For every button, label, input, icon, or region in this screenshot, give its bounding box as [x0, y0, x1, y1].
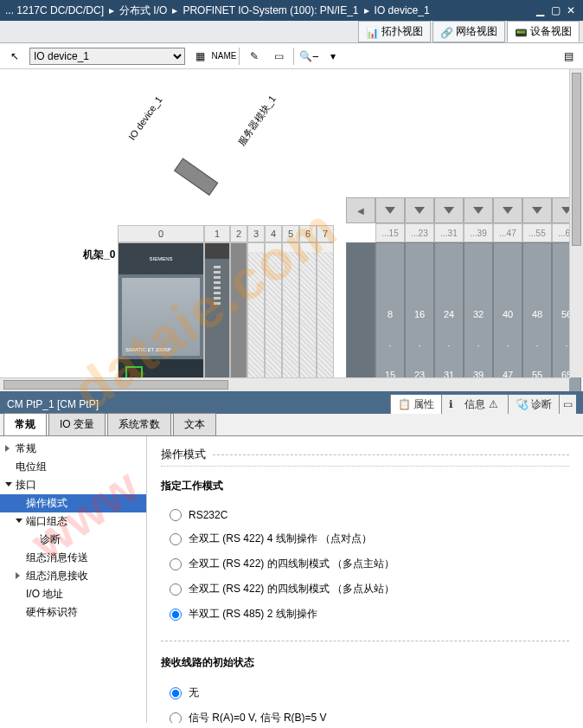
slot-head: 2 [230, 225, 247, 242]
slot-empty[interactable] [265, 242, 282, 395]
tree-opmode[interactable]: 操作模式 [0, 494, 146, 512]
rtab-diagnostics[interactable]: 🩺诊断 [508, 395, 559, 414]
close-icon[interactable]: ✕ [564, 4, 578, 16]
pager-drop[interactable] [522, 197, 552, 223]
ext-col[interactable]: 48·55 [522, 242, 552, 395]
radio-rs422-master[interactable] [170, 558, 182, 570]
rtab-info[interactable]: ℹ信息⚠ [441, 395, 508, 414]
nav-tree: 常规 电位组 接口 操作模式 端口组态 诊断 组态消息传送 组态消息接收 I/O… [0, 436, 147, 723]
ext-head: ...23 [405, 223, 434, 242]
itab-sysconst[interactable]: 系统常数 [107, 413, 171, 435]
slot-empty[interactable] [247, 242, 265, 395]
ext-head: ...47 [493, 223, 522, 242]
properties-panel: 操作模式 指定工作模式 RS232C 全双工 (RS 422) 4 线制操作 （… [147, 436, 583, 723]
crumb-4[interactable]: IO device_1 [375, 4, 430, 16]
maximize-icon[interactable]: ▢ [548, 4, 562, 16]
radio-none[interactable] [170, 687, 182, 699]
tree-interface[interactable]: 接口 [0, 476, 146, 494]
siemens-logo: SIEMENS [119, 243, 203, 274]
pager-drop[interactable] [405, 197, 434, 223]
radio-rs232-label: RS232C [189, 509, 227, 521]
tool-lasso[interactable]: ✎ [245, 47, 264, 66]
hscrollbar[interactable] [0, 377, 569, 391]
tool-pointer[interactable]: ↖ [5, 47, 24, 66]
itab-iovar[interactable]: IO 变量 [48, 413, 106, 435]
slot-empty[interactable] [317, 242, 334, 395]
ext-col[interactable]: 40·47 [493, 242, 522, 395]
tree-potential[interactable]: 电位组 [0, 458, 146, 476]
tree-msgsend[interactable]: 组态消息传送 [0, 549, 146, 567]
ext-col[interactable]: 32·39 [464, 242, 493, 395]
tool-panel-icon[interactable]: ▤ [559, 47, 578, 66]
zoom-out-icon[interactable]: 🔍‒ [299, 47, 318, 66]
radio-rs485[interactable] [170, 609, 182, 621]
zoom-dropdown[interactable]: ▾ [324, 47, 343, 66]
port-2[interactable] [125, 392, 143, 395]
itab-text[interactable]: 文本 [173, 413, 216, 435]
radio-rs422-slave[interactable] [170, 583, 182, 596]
ext-col[interactable]: 24·31 [434, 242, 464, 395]
ext-col[interactable] [346, 242, 375, 395]
crumb-sep: ▸ [172, 4, 177, 16]
radio-rs422-slave-label: 全双工 (RS 422) 的四线制模式 （多点从站） [189, 582, 394, 596]
tool-grid[interactable]: ▦ [190, 47, 209, 66]
warning-icon: ⚠ [489, 398, 501, 410]
slot-body-row: SIEMENS SIMATIC ET 200SP [118, 242, 334, 395]
slot-head: 7 [317, 225, 334, 242]
crumb-sep: ▸ [109, 4, 114, 16]
tree-general[interactable]: 常规 [0, 440, 146, 458]
slot-1-module[interactable] [204, 242, 230, 395]
slot-0-module[interactable]: SIEMENS SIMATIC ET 200SP [118, 242, 204, 395]
pager-drop[interactable] [464, 197, 493, 223]
radio-signal-label: 信号 R(A)=0 V, 信号 R(B)=5 V [189, 711, 327, 723]
device-canvas[interactable]: IO device_1 CM PtP_1 服务器模块_1 机架_0 0 1 2 … [0, 69, 583, 395]
slot-empty[interactable] [282, 242, 299, 395]
slot-empty[interactable] [299, 242, 317, 395]
tab-topology[interactable]: 📊 拓扑视图 [358, 21, 431, 42]
tree-diag[interactable]: 诊断 [0, 531, 146, 549]
radio-rs422-ptp[interactable] [170, 533, 182, 545]
crumb-sep: ▸ [364, 4, 369, 16]
rtab-properties[interactable]: 📋属性 [390, 395, 441, 414]
tab-device-label: 设备视图 [530, 24, 572, 39]
rtab-expand-icon[interactable]: ▭ [559, 395, 576, 414]
tab-network[interactable]: 🔗 网络视图 [432, 21, 505, 42]
ext-col[interactable]: 8·15 [375, 242, 405, 395]
tool-box[interactable]: ▭ [269, 47, 288, 66]
radio-rs232[interactable] [170, 509, 182, 521]
pager-drop[interactable] [375, 197, 405, 223]
tree-ioaddr[interactable]: I/O 地址 [0, 585, 146, 603]
slot-head: 3 [247, 225, 265, 242]
tab-device[interactable]: 📟 设备视图 [507, 21, 580, 42]
crumb-1: ... 1217C DC/DC/DC] [5, 4, 104, 16]
tab-network-label: 网络视图 [456, 24, 497, 39]
ext-slot-grid: 8·15 16·23 24·31 32·39 40·47 48·55 56·65 [346, 242, 581, 395]
radio-rs422-ptp-label: 全双工 (RS 422) 4 线制操作 （点对点） [189, 532, 372, 546]
pager-drop[interactable] [493, 197, 522, 223]
radio-signal[interactable] [170, 712, 182, 724]
device-select[interactable]: IO device_1 [29, 48, 185, 65]
itab-general[interactable]: 常规 [3, 413, 47, 435]
pager-drop[interactable] [434, 197, 464, 223]
slot-2-module[interactable] [230, 242, 247, 395]
inspector-tabs: 常规 IO 变量 系统常数 文本 [0, 414, 583, 436]
ext-col[interactable]: 16·23 [405, 242, 434, 395]
minimize-icon[interactable]: ▁ [533, 4, 547, 16]
crumb-3[interactable]: PROFINET IO-System (100): PN/IE_1 [183, 4, 358, 16]
tree-hwid[interactable]: 硬件标识符 [0, 603, 146, 622]
ext-head: ...15 [375, 223, 405, 242]
tree-msgrecv[interactable]: 组态消息接收 [0, 567, 146, 585]
slot-head: 0 [118, 225, 204, 242]
diag-icon: 🩺 [516, 398, 528, 410]
slot-head: 6 [299, 225, 317, 242]
tool-name[interactable]: NAME [215, 47, 234, 66]
tree-portgroup[interactable]: 端口组态 [0, 512, 146, 531]
inspector-body: 常规 电位组 接口 操作模式 端口组态 诊断 组态消息传送 组态消息接收 I/O… [0, 436, 583, 723]
info-icon: ℹ [449, 398, 461, 410]
view-toolbar: 📊 拓扑视图 🔗 网络视图 📟 设备视图 [0, 21, 583, 43]
pager-prev[interactable]: ◀ [346, 197, 375, 223]
vscrollbar[interactable] [569, 69, 583, 377]
cm-ptp-module[interactable] [174, 158, 218, 196]
crumb-2[interactable]: 分布式 I/O [119, 3, 167, 18]
slot-header-row: 0 1 2 3 4 5 6 7 [118, 225, 334, 242]
